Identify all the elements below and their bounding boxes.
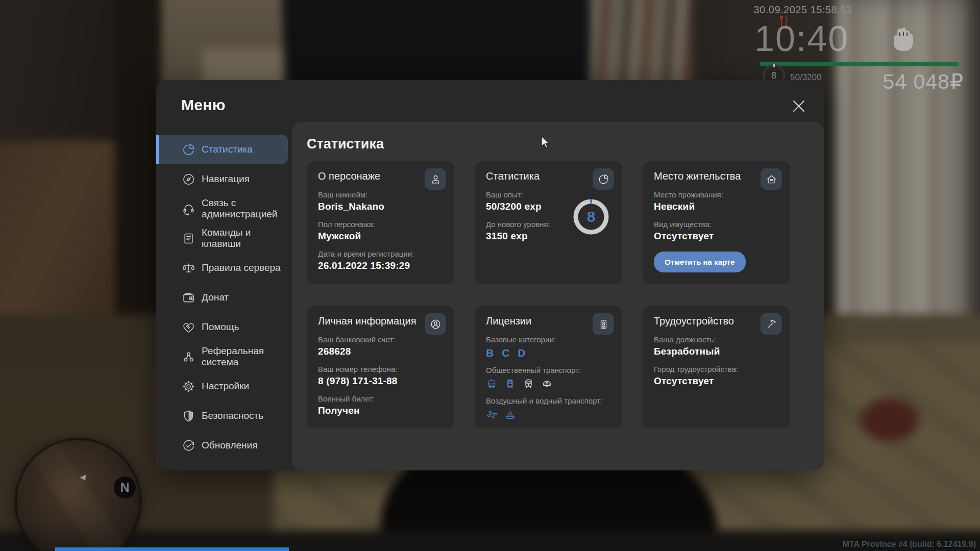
menu-window: Меню СтатистикаНавигацияСвязь с админист… [156, 80, 824, 470]
sidebar-item-label: Навигация [202, 173, 250, 185]
user-icon [430, 173, 442, 185]
person-circle-icon [430, 318, 442, 330]
scales-icon [182, 261, 195, 275]
sidebar-item-label: Обновления [202, 440, 257, 451]
hud-datetime: 30.09.2025 15:58:53 [744, 4, 862, 16]
field-label: Вид имущества: [654, 220, 779, 229]
gear-icon [182, 380, 195, 393]
plane-icon [486, 409, 498, 420]
field-label: Базовые категории: [486, 335, 611, 344]
sidebar-item-server-rules[interactable]: Правила сервера [156, 253, 288, 283]
field-label: Военный билет: [318, 394, 443, 403]
card-icon-badge [761, 168, 782, 190]
sidebar-item-donate[interactable]: Донат [156, 283, 288, 312]
menu-title: Меню [181, 96, 226, 114]
refresh-check-icon [182, 439, 195, 453]
card-icon-badge [593, 168, 614, 190]
card-licenses: ЛицензииБазовые категории:BCDОбщественны… [475, 306, 622, 429]
train-icon [523, 378, 534, 390]
license-category: C [502, 347, 509, 359]
field-value: Невский [654, 201, 779, 212]
sidebar: СтатистикаНавигацияСвязь с администрацие… [156, 135, 292, 460]
pickaxe-icon [766, 318, 777, 330]
field-label: Общественный транспорт: [486, 366, 611, 374]
license-icons-row [486, 378, 611, 390]
field-label: Город трудоустройства: [654, 365, 779, 373]
card-title: Место жительства [654, 169, 756, 183]
card-title: Личная информация [318, 314, 420, 328]
pie-chart-icon [598, 173, 609, 185]
id-card-icon [598, 318, 609, 330]
sidebar-item-admin-contact[interactable]: Связь с администрацией [156, 194, 288, 223]
sidebar-item-label: Помощь [202, 321, 239, 333]
license-categories: BCD [486, 347, 611, 359]
hud-clock: 10:40 [754, 18, 844, 59]
player-marker-icon [76, 470, 91, 486]
bottom-progress-bar [55, 547, 289, 551]
sidebar-item-help[interactable]: Помощь [156, 312, 288, 342]
field-value: Мужской [318, 231, 443, 242]
sidebar-item-updates[interactable]: Обновления [156, 431, 288, 460]
card-title: Лицензии [486, 314, 588, 328]
sidebar-item-label: Команды и клавиши [202, 227, 251, 249]
health-bar [760, 62, 959, 66]
tram-icon [504, 378, 516, 390]
mouse-cursor [541, 136, 551, 150]
field-value: Безработный [654, 346, 779, 357]
network-icon [182, 350, 195, 364]
sidebar-item-security[interactable]: Безопасность [156, 401, 288, 431]
license-icons-row [486, 409, 611, 420]
card-about-character: О персонажеВаш никнейм:Boris_NakanoПол п… [307, 161, 454, 284]
field-value: 8 (978) 171-31-88 [318, 375, 443, 387]
sidebar-item-settings[interactable]: Настройки [156, 371, 288, 401]
sidebar-item-label: Статистика [202, 144, 253, 155]
fist-icon [889, 22, 916, 58]
card-icon-badge [425, 313, 446, 335]
sidebar-item-label: Реферальная система [202, 345, 264, 368]
bus-icon [486, 378, 498, 390]
field-label: Ваша должность: [654, 335, 779, 344]
card-title: Статистика [486, 169, 588, 183]
sidebar-item-label: Донат [202, 292, 229, 303]
card-icon-badge [425, 168, 446, 190]
exp-progress-ring: 8 [571, 197, 611, 237]
field-value: Отсутствует [654, 375, 779, 387]
card-statistics: СтатистикаВаш опыт:50/3200 expДо нового … [475, 161, 622, 284]
pie-chart-icon [182, 143, 195, 157]
sidebar-item-label: Настройки [202, 381, 249, 392]
shield-icon [182, 409, 195, 423]
close-icon[interactable] [791, 98, 806, 114]
field-value: 26.01.2022 15:39:29 [318, 260, 443, 271]
sidebar-item-label: Правила сервера [202, 262, 281, 273]
menu-content: Статистика О персонажеВаш никнейм:Boris_… [292, 122, 824, 470]
heart-handshake-icon [182, 320, 195, 334]
field-label: Дата и время регистрации: [318, 249, 443, 258]
field-label: Ваш никнейм: [318, 190, 443, 199]
card-employment: ТрудоустройствоВаша должность:Безработны… [643, 306, 790, 429]
ship-icon [504, 409, 516, 420]
card-icon-badge [761, 313, 782, 335]
compass-north-badge: N [114, 477, 136, 498]
wallet-icon [182, 291, 195, 305]
sidebar-item-commands[interactable]: Команды и клавиши [156, 223, 288, 253]
card-personal-info: Личная информацияВаш банковский счет:268… [307, 306, 454, 429]
field-value: Отсутствует [654, 231, 779, 242]
field-label: Ваш банковский счет: [318, 335, 443, 344]
sidebar-item-label: Связь с администрацией [202, 197, 277, 220]
list-doc-icon [182, 232, 195, 245]
mark-on-map-button[interactable]: Отметить на карте [654, 252, 746, 272]
card-residence: Место жительстваМесто проживания:Невский… [643, 161, 790, 284]
game-screen: 30.09.2025 15:58:53 10:40 8 50/3200 54 0… [0, 0, 980, 551]
license-category: D [518, 347, 525, 359]
card-title: О персонаже [318, 169, 420, 183]
field-label: Воздушный и водный транспорт: [486, 396, 611, 405]
sidebar-item-label: Безопасность [202, 410, 263, 421]
field-value: Получен [318, 405, 443, 416]
card-title: Трудоустройство [654, 314, 756, 328]
sidebar-item-navigation[interactable]: Навигация [156, 164, 288, 194]
home-icon [766, 173, 777, 185]
sidebar-item-stats[interactable]: Статистика [156, 135, 288, 164]
captain-cap-icon [541, 378, 553, 390]
license-category: B [486, 347, 494, 359]
sidebar-item-referral[interactable]: Реферальная система [156, 342, 288, 371]
